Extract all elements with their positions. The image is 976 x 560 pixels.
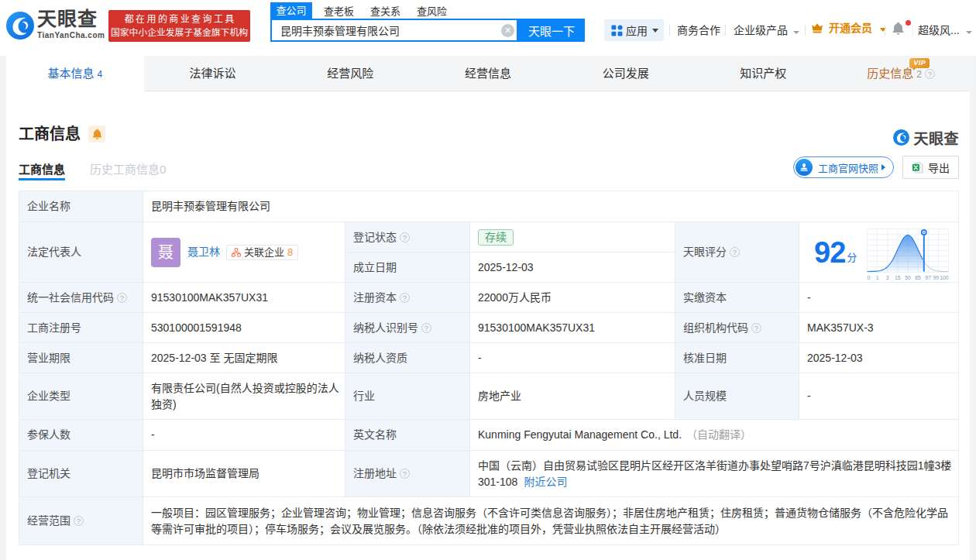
chevron-down-icon	[652, 29, 658, 33]
svg-text:97: 97	[926, 275, 932, 280]
subscribe-bell-icon[interactable]	[88, 125, 105, 143]
search-tab-relation[interactable]: 查关系	[370, 3, 400, 18]
field-label: 英文名称	[345, 420, 470, 451]
related-companies-badge[interactable]: 关联企业 8	[226, 245, 298, 260]
excel-icon	[912, 162, 923, 173]
apps-menu[interactable]: 应用	[604, 19, 664, 41]
help-icon[interactable]	[421, 323, 431, 333]
reg-status-value: 存续	[470, 222, 675, 253]
help-icon[interactable]	[400, 232, 410, 242]
subtab-history-business-info[interactable]: 历史工商信息0	[90, 160, 166, 177]
active-subtab-underline	[19, 178, 65, 180]
tab-operation-risk[interactable]: 经营风险	[281, 56, 419, 91]
help-icon[interactable]	[925, 69, 935, 79]
slogan-line2: 国家中小企业发展子基金旗下机构	[108, 26, 250, 39]
subtab-business-info[interactable]: 工商信息	[19, 160, 65, 177]
search-tab-boss[interactable]: 查老板	[324, 3, 354, 18]
brand-name[interactable]: 天眼查	[37, 9, 105, 29]
search-input[interactable]	[270, 19, 518, 42]
search-tab-risk[interactable]: 查风险	[417, 3, 447, 18]
field-label: 组织机构代码	[675, 313, 799, 343]
slogan-banner: 都在用的商业查询工具 国家中小企业发展子基金旗下机构	[108, 10, 250, 42]
export-button[interactable]: 导出	[902, 156, 959, 179]
staff-size-value: -	[799, 373, 959, 420]
search-button[interactable]: 天眼一下	[518, 19, 585, 42]
menu-enterprise[interactable]: 企业级产品	[734, 25, 799, 36]
svg-text:100: 100	[940, 275, 949, 280]
tab-company-development[interactable]: 公司发展	[557, 56, 695, 91]
menu-cooperation[interactable]: 商务合作	[677, 25, 720, 36]
org-code-value: MAK357UX-3	[799, 313, 959, 343]
field-label: 参保人数	[19, 420, 143, 451]
tab-basic-info[interactable]: 基本信息4	[6, 56, 144, 91]
field-label: 法定代表人	[19, 222, 143, 283]
slogan-line1: 都在用的商业查询工具	[108, 13, 250, 26]
business-term-value: 2025-12-03 至 无固定期限	[143, 343, 345, 373]
chevron-down-icon	[966, 31, 972, 34]
reg-capital-value: 22000万人民币	[470, 283, 675, 313]
legal-rep-link[interactable]: 聂卫林	[187, 244, 220, 260]
help-icon[interactable]	[751, 323, 761, 333]
svg-text:50: 50	[906, 275, 912, 280]
tab-intellectual-property[interactable]: 知识产权	[695, 56, 833, 91]
official-snapshot-button[interactable]: 工商官网快照	[793, 156, 894, 178]
field-label: 营业期限	[19, 343, 143, 373]
field-label: 工商注册号	[19, 313, 143, 343]
help-icon[interactable]	[730, 247, 740, 257]
credit-code-value: 91530100MAK357UX31	[143, 283, 345, 313]
status-badge: 存续	[478, 229, 514, 246]
table-row: 营业期限 2025-12-03 至 无固定期限 纳税人资质 - 核准日期 202…	[19, 343, 959, 373]
tab-operation-info[interactable]: 经营信息	[419, 56, 557, 91]
reg-number-value: 530100001591948	[143, 313, 345, 343]
apps-label: 应用	[626, 22, 648, 38]
help-icon[interactable]	[74, 516, 84, 526]
score-value[interactable]: 92	[814, 237, 845, 268]
taxpayer-quality-value: -	[470, 343, 675, 373]
nearby-companies-link[interactable]: 附近公司	[524, 476, 567, 488]
approval-date-value: 2025-12-03	[799, 343, 959, 373]
field-label: 人员规模	[675, 373, 799, 420]
tab-legal-litigation[interactable]: 法律诉讼	[144, 56, 282, 91]
menu-super-risk[interactable]: 超级风...	[918, 25, 972, 36]
paid-capital-value: -	[799, 283, 959, 313]
brand-domain: TianYanCha.com	[37, 31, 105, 40]
help-icon[interactable]	[400, 469, 410, 479]
tab-count: 4	[98, 69, 103, 80]
score-distribution-chart: 0131550859799100	[867, 228, 949, 280]
notification-bell-icon[interactable]	[892, 22, 911, 37]
company-type-value: 有限责任公司(自然人投资或控股的法人独资)	[143, 373, 345, 420]
english-name-value: Kunming Fengyutai Management Co., Ltd.（自…	[470, 420, 959, 451]
apps-grid-icon	[611, 25, 623, 36]
field-label: 成立日期	[345, 253, 470, 283]
watermark-logo: 天眼查	[893, 127, 959, 148]
reg-address-value: 中国（云南）自由贸易试验区昆明片区经开区洛羊街道办事处望哨路7号沪滇临港昆明科技…	[470, 451, 959, 497]
insured-count-value: -	[143, 420, 345, 451]
help-icon[interactable]	[400, 293, 410, 303]
crown-icon	[811, 22, 823, 33]
business-scope-value: 一般项目：园区管理服务；企业管理咨询；物业管理；信息咨询服务（不含许可类信息咨询…	[143, 497, 959, 545]
notification-dot	[906, 20, 911, 26]
top-header: 天眼查 TianYanCha.com 都在用的商业查询工具 国家中小企业发展子基…	[0, 0, 976, 56]
chevron-down-icon	[793, 31, 799, 34]
field-label: 纳税人识别号	[345, 313, 470, 343]
svg-text:1: 1	[876, 275, 879, 280]
search-type-tabs: 查公司 查老板 查关系 查风险	[270, 2, 447, 19]
field-label: 企业类型	[19, 373, 143, 420]
table-row: 工商注册号 530100001591948 纳税人识别号 91530100MAK…	[19, 313, 959, 343]
menu-membership[interactable]: 开通会员	[811, 22, 886, 34]
tab-count: 2	[916, 69, 922, 80]
search-tab-company[interactable]: 查公司	[270, 2, 312, 19]
avatar[interactable]: 聂	[151, 238, 180, 267]
company-nav-tabs: 基本信息4 法律诉讼 经营风险 经营信息 公司发展 知识产权 历史信息2 VIP	[6, 56, 970, 91]
company-name-value: 昆明丰预泰管理有限公司	[143, 191, 959, 222]
field-label: 统一社会信用代码	[19, 283, 143, 313]
divider	[725, 25, 726, 36]
clear-search-icon[interactable]: ✕	[501, 24, 514, 37]
svg-text:99: 99	[933, 275, 940, 280]
tianyancha-logo-icon[interactable]	[6, 12, 34, 40]
help-icon[interactable]	[117, 293, 127, 303]
field-label: 登记状态	[345, 222, 470, 253]
table-row: 登记机关 昆明市市场监督管理局 注册地址 中国（云南）自由贸易试验区昆明片区经开…	[19, 451, 959, 497]
tab-history-info[interactable]: 历史信息2 VIP	[832, 56, 970, 91]
field-label: 注册资本	[345, 283, 470, 313]
